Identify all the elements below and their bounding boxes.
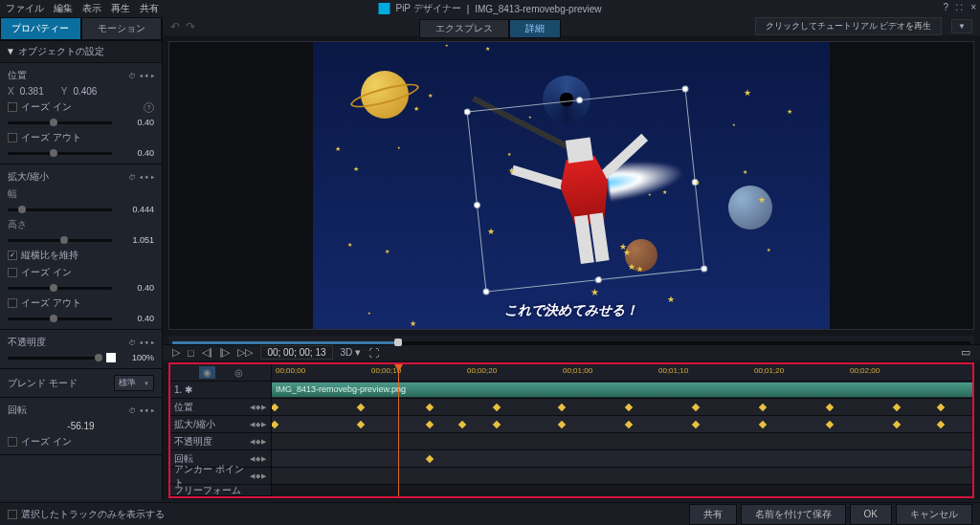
keyframe-icon[interactable] xyxy=(357,404,365,411)
menu-file[interactable]: ファイル xyxy=(6,2,44,15)
scale-ease-out-slider[interactable] xyxy=(8,317,112,320)
keyframe-icon[interactable] xyxy=(893,404,901,411)
maximize-icon[interactable]: ⸬ xyxy=(956,2,963,13)
opacity-keyframe-nav[interactable]: ⏱ ◀ ◆ ▶ xyxy=(128,339,154,347)
keyframe-icon[interactable] xyxy=(493,421,501,428)
keyframe-icon[interactable] xyxy=(937,404,945,411)
track-header-freeform[interactable]: フリーフォーム xyxy=(170,485,271,496)
width-value[interactable]: 0.444 xyxy=(120,205,154,214)
scale-keyframe-nav[interactable]: ⏱ ◀ ◆ ▶ xyxy=(128,173,154,182)
track-header-scale[interactable]: 拡大/縮小◀◆▶ xyxy=(170,416,271,433)
keyframe-icon[interactable] xyxy=(937,421,945,428)
tab-express[interactable]: エクスプレス xyxy=(419,19,509,38)
width-slider[interactable] xyxy=(8,208,112,211)
timeline-target-icon[interactable]: ◎ xyxy=(234,367,243,378)
track-anchor[interactable] xyxy=(272,468,972,485)
rotation-ease-in-checkbox[interactable] xyxy=(8,437,17,447)
opacity-slider[interactable] xyxy=(8,357,99,360)
keyframe-icon[interactable] xyxy=(272,404,278,411)
scale-ease-in-value[interactable]: 0.40 xyxy=(120,283,154,293)
ok-button[interactable]: OK xyxy=(850,504,892,525)
keyframe-icon[interactable] xyxy=(558,404,566,411)
timeline-ruler[interactable]: 00;00;0000;00;1000;00;2000;01;0000;01;10… xyxy=(272,364,972,382)
prev-frame-icon[interactable]: ◁| xyxy=(202,346,212,359)
tutorial-button[interactable]: クリックしてチュートリアル ビデオを再生 xyxy=(755,17,943,35)
help-icon[interactable]: ? xyxy=(944,2,949,13)
timeline-clock-icon[interactable]: ◉ xyxy=(199,366,215,379)
keyframe-icon[interactable] xyxy=(493,404,501,411)
playhead[interactable] xyxy=(398,364,399,496)
timeline-tracks[interactable]: 00;00;0000;00;1000;00;2000;01;0000;01;10… xyxy=(272,364,972,496)
keyframe-icon[interactable] xyxy=(426,421,434,428)
redo-icon[interactable]: ↷ xyxy=(186,20,195,33)
keyframe-icon[interactable] xyxy=(692,404,700,411)
ease-in-checkbox[interactable] xyxy=(8,102,17,112)
menu-view[interactable]: 表示 xyxy=(82,2,101,15)
close-icon[interactable]: × xyxy=(970,2,976,13)
position-y-value[interactable]: 0.406 xyxy=(73,86,97,97)
track-header-opacity[interactable]: 不透明度◀◆▶ xyxy=(170,433,271,450)
track-clip[interactable]: IMG_8413-removebg-preview.png xyxy=(272,382,972,399)
height-value[interactable]: 1.051 xyxy=(120,235,154,245)
track-opacity[interactable] xyxy=(272,433,972,450)
keyframe-icon[interactable] xyxy=(625,404,633,411)
transform-handles[interactable] xyxy=(467,88,705,292)
track-rotation[interactable] xyxy=(272,450,972,468)
keyframe-icon[interactable] xyxy=(357,421,365,428)
ease-out-slider[interactable] xyxy=(8,152,112,155)
menu-edit[interactable]: 編集 xyxy=(54,2,73,15)
rotation-value[interactable]: -56.19 xyxy=(67,421,94,431)
ease-in-value[interactable]: 0.40 xyxy=(120,118,154,127)
track-position[interactable] xyxy=(272,399,972,416)
tab-properties[interactable]: プロパティー xyxy=(0,17,81,40)
fast-forward-icon[interactable]: ▷▷ xyxy=(237,346,253,359)
rotation-keyframe-nav[interactable]: ⏱ ◀ ◆ ▶ xyxy=(128,406,154,415)
keep-aspect-checkbox[interactable] xyxy=(8,251,17,260)
help-icon[interactable]: ? xyxy=(144,102,154,113)
play-icon[interactable]: ▷ xyxy=(172,346,180,359)
position-keyframe-nav[interactable]: ⏱ ◀ ◆ ▶ xyxy=(128,72,154,80)
timecode-display[interactable]: 00; 00; 00; 13 xyxy=(260,345,332,360)
keyframe-icon[interactable] xyxy=(826,404,834,411)
next-frame-icon[interactable]: |▷ xyxy=(220,346,231,359)
tv-preview-icon[interactable]: ▭ xyxy=(961,346,970,359)
ease-out-value[interactable]: 0.40 xyxy=(120,148,154,158)
opacity-value[interactable]: 100% xyxy=(120,353,154,362)
tab-motion[interactable]: モーション xyxy=(81,17,163,40)
stop-icon[interactable]: □ xyxy=(188,347,194,359)
keyframe-icon[interactable] xyxy=(272,421,278,428)
scale-ease-in-slider[interactable] xyxy=(8,287,112,290)
blend-mode-select[interactable]: 標準 xyxy=(114,375,154,391)
keyframe-icon[interactable] xyxy=(893,421,901,428)
track-scale[interactable] xyxy=(272,416,972,433)
track-header-clip[interactable]: 1. ✱ xyxy=(170,382,271,399)
keyframe-icon[interactable] xyxy=(826,421,834,428)
scale-ease-in-checkbox[interactable] xyxy=(8,268,17,277)
height-slider[interactable] xyxy=(8,239,112,242)
tab-detail[interactable]: 詳細 xyxy=(509,19,561,38)
keyframe-icon[interactable] xyxy=(426,404,434,411)
toolbar-dropdown[interactable]: ▼ xyxy=(951,19,972,33)
preview-viewport[interactable]: これで決めてみせる！ ★★★★★★★★★★★★★★★★★★★★★★★★★★★★★… xyxy=(168,41,974,330)
share-button[interactable]: 共有 xyxy=(689,504,737,525)
keyframe-icon[interactable] xyxy=(759,421,767,428)
scale-ease-out-value[interactable]: 0.40 xyxy=(120,314,154,323)
ease-out-checkbox[interactable] xyxy=(8,133,17,142)
keyframe-icon[interactable] xyxy=(692,421,700,428)
keyframe-icon[interactable] xyxy=(426,455,434,463)
undo-icon[interactable]: ↶ xyxy=(170,20,180,33)
track-header-position[interactable]: 位置◀◆▶ xyxy=(170,399,271,416)
ease-in-slider[interactable] xyxy=(8,121,112,124)
keyframe-icon[interactable] xyxy=(759,404,767,411)
save-as-button[interactable]: 名前を付けて保存 xyxy=(741,504,846,525)
scrub-bar[interactable] xyxy=(168,336,974,344)
track-header-anchor[interactable]: アンカー ポイント◀◆▶ xyxy=(170,468,271,485)
menu-share[interactable]: 共有 xyxy=(140,2,159,15)
section-object-settings[interactable]: ▼ オブジェクトの設定 xyxy=(0,41,162,63)
scale-ease-out-checkbox[interactable] xyxy=(8,298,17,308)
cancel-button[interactable]: キャンセル xyxy=(896,504,972,525)
fullscreen-icon[interactable]: ⛶ xyxy=(368,347,379,359)
menu-play[interactable]: 再生 xyxy=(111,2,130,15)
keyframe-icon[interactable] xyxy=(625,421,633,428)
keyframe-icon[interactable] xyxy=(558,421,566,428)
